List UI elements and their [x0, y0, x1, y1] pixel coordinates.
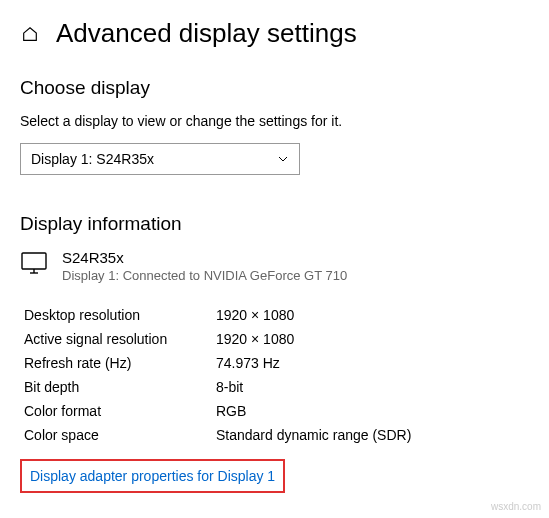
property-value: 1920 × 1080: [216, 331, 294, 347]
choose-display-subtext: Select a display to view or change the s…: [20, 113, 529, 129]
table-row: Color format RGB: [24, 399, 529, 423]
adapter-properties-link[interactable]: Display adapter properties for Display 1: [30, 468, 275, 484]
property-label: Desktop resolution: [24, 307, 216, 323]
property-value: Standard dynamic range (SDR): [216, 427, 411, 443]
property-label: Active signal resolution: [24, 331, 216, 347]
display-identity: S24R35x Display 1: Connected to NVIDIA G…: [20, 249, 529, 283]
property-value: RGB: [216, 403, 246, 419]
property-label: Refresh rate (Hz): [24, 355, 216, 371]
property-value: 8-bit: [216, 379, 243, 395]
table-row: Refresh rate (Hz) 74.973 Hz: [24, 351, 529, 375]
property-label: Color space: [24, 427, 216, 443]
home-icon[interactable]: [20, 24, 40, 44]
display-selector-value: Display 1: S24R35x: [31, 151, 154, 167]
property-value: 74.973 Hz: [216, 355, 280, 371]
display-name: S24R35x: [62, 249, 347, 266]
page-header: Advanced display settings: [20, 18, 529, 49]
svg-rect-0: [22, 253, 46, 269]
property-label: Bit depth: [24, 379, 216, 395]
property-value: 1920 × 1080: [216, 307, 294, 323]
property-label: Color format: [24, 403, 216, 419]
chevron-down-icon: [277, 153, 289, 165]
table-row: Color space Standard dynamic range (SDR): [24, 423, 529, 447]
table-row: Active signal resolution 1920 × 1080: [24, 327, 529, 351]
choose-display-heading: Choose display: [20, 77, 529, 99]
display-selector-dropdown[interactable]: Display 1: S24R35x: [20, 143, 300, 175]
monitor-icon: [20, 251, 48, 275]
table-row: Desktop resolution 1920 × 1080: [24, 303, 529, 327]
watermark: wsxdn.com: [491, 501, 541, 512]
display-properties-table: Desktop resolution 1920 × 1080 Active si…: [24, 303, 529, 447]
table-row: Bit depth 8-bit: [24, 375, 529, 399]
highlighted-region: Display adapter properties for Display 1: [20, 459, 285, 493]
display-information-heading: Display information: [20, 213, 529, 235]
display-connection: Display 1: Connected to NVIDIA GeForce G…: [62, 268, 347, 283]
page-title: Advanced display settings: [56, 18, 357, 49]
